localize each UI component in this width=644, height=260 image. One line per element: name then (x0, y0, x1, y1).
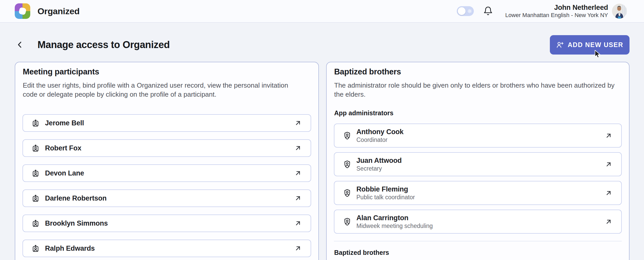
baptized-brothers-title: Baptized brothers (334, 67, 401, 77)
participant-row[interactable]: Robert Fox (23, 139, 311, 157)
participants-list: Jerome Bell Robert Fox (23, 114, 311, 257)
administrator-row[interactable]: Juan Attwood Secretary (334, 152, 622, 176)
participant-name: Robert Fox (45, 144, 81, 152)
administrator-role: Midweek meeting scheduling (356, 222, 433, 230)
notifications-bell-icon[interactable] (483, 6, 493, 16)
brand: Organized (15, 3, 80, 19)
administrator-role: Public talk coordinator (356, 194, 415, 201)
participant-name: Devon Lane (45, 169, 84, 177)
participant-row[interactable]: Brooklyn Simmons (23, 215, 311, 232)
user-menu[interactable]: John Netherleed Lower Manhattan English … (505, 4, 627, 19)
contact-badge-icon (32, 169, 40, 177)
administrator-name: Alan Carrington (356, 214, 433, 222)
open-profile-arrow-icon (294, 244, 302, 252)
baptized-brothers-section-label: Baptized brothers (334, 249, 389, 256)
open-profile-arrow-icon (294, 194, 302, 202)
section-divider (334, 241, 622, 241)
administrator-name: Robbie Fleming (356, 185, 415, 194)
participant-name: Darlene Robertson (45, 194, 107, 202)
contact-badge-icon (32, 119, 40, 127)
open-profile-arrow-icon (294, 219, 302, 227)
shield-person-icon (343, 160, 351, 169)
page-header: Manage access to Organized ADD NEW USER (15, 34, 630, 55)
open-profile-arrow-icon (294, 169, 302, 177)
contact-badge-icon (32, 194, 40, 202)
page-title: Manage access to Organized (38, 39, 170, 50)
administrator-name: Juan Attwood (356, 156, 402, 165)
administrator-text: Alan Carrington Midweek meeting scheduli… (356, 214, 433, 230)
topbar: Organized John Netherleed Lower Manhatta… (0, 0, 644, 23)
baptized-brothers-panel: Baptized brothers The administrator role… (326, 62, 630, 260)
contact-badge-icon (32, 144, 40, 152)
sun-icon (467, 9, 472, 14)
shield-person-icon (343, 188, 351, 198)
open-profile-arrow-icon (605, 189, 612, 197)
administrator-row[interactable]: Anthony Cook Coordinator (334, 124, 622, 148)
shield-person-icon (343, 131, 351, 140)
administrator-row[interactable]: Robbie Fleming Public talk coordinator (334, 181, 622, 205)
participant-row[interactable]: Ralph Edwards (23, 240, 311, 257)
person-plus-icon (556, 41, 564, 49)
manage-access-screen: Organized John Netherleed Lower Manhatta… (0, 0, 644, 260)
meeting-participants-description: Edit the user rights, bind profile with … (23, 81, 303, 99)
user-congregation: Lower Manhattan English - New York NY (505, 12, 608, 19)
administrators-list: Anthony Cook Coordinator Juan Attwood Se… (334, 124, 622, 234)
participant-row[interactable]: Darlene Robertson (23, 189, 311, 207)
add-new-user-label: ADD NEW USER (568, 41, 623, 49)
add-new-user-button[interactable]: ADD NEW USER (550, 35, 630, 55)
administrator-text: Juan Attwood Secretary (356, 156, 402, 172)
contact-badge-icon (32, 244, 40, 253)
app-name: Organized (38, 6, 80, 16)
open-profile-arrow-icon (605, 132, 612, 140)
administrator-row[interactable]: Alan Carrington Midweek meeting scheduli… (334, 210, 622, 234)
administrator-text: Robbie Fleming Public talk coordinator (356, 185, 415, 201)
participant-name: Ralph Edwards (45, 244, 95, 253)
chevron-left-icon (16, 40, 24, 49)
topbar-right: John Netherleed Lower Manhattan English … (457, 4, 627, 19)
open-profile-arrow-icon (294, 119, 302, 127)
participant-name: Jerome Bell (45, 119, 84, 127)
administrator-role: Secretary (356, 165, 402, 172)
meeting-participants-title: Meeting participants (23, 67, 99, 77)
participant-row[interactable]: Devon Lane (23, 164, 311, 182)
administrator-name: Anthony Cook (356, 128, 403, 136)
meeting-participants-panel: Meeting participants Edit the user right… (15, 62, 319, 260)
participant-name: Brooklyn Simmons (45, 219, 108, 227)
contact-badge-icon (32, 219, 40, 227)
user-name: John Netherleed (505, 4, 608, 12)
administrator-role: Coordinator (356, 136, 403, 144)
shield-person-icon (343, 217, 351, 226)
user-text: John Netherleed Lower Manhattan English … (505, 4, 608, 19)
administrator-text: Anthony Cook Coordinator (356, 128, 403, 144)
open-profile-arrow-icon (605, 218, 612, 226)
open-profile-arrow-icon (294, 144, 302, 152)
app-logo-icon[interactable] (15, 3, 30, 19)
open-profile-arrow-icon (605, 160, 612, 168)
back-button[interactable] (16, 40, 24, 49)
theme-toggle-knob (458, 7, 466, 15)
participant-row[interactable]: Jerome Bell (23, 114, 311, 132)
avatar[interactable] (612, 4, 627, 19)
baptized-brothers-description: The administrator role should be given o… (334, 81, 615, 99)
app-administrators-label: App administrators (334, 109, 393, 117)
theme-toggle[interactable] (457, 6, 474, 16)
